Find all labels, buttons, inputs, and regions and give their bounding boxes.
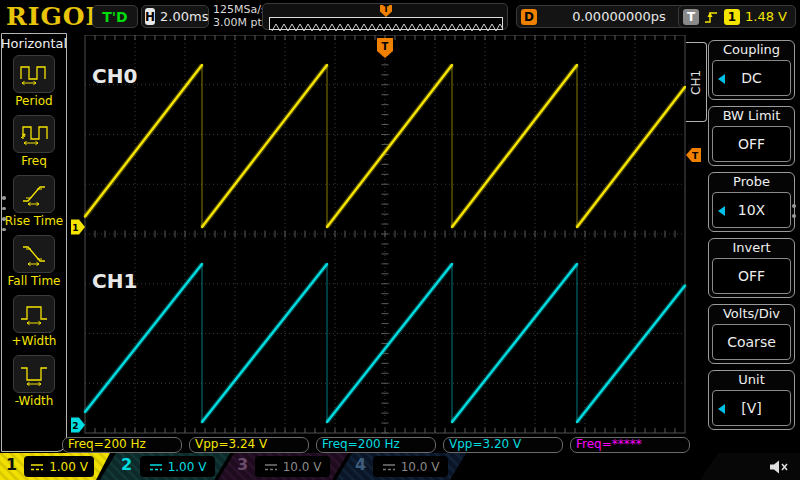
fall-time-icon [19, 242, 49, 266]
delay-chip: D [521, 9, 537, 25]
menu-item-invert[interactable]: Invert OFF [708, 238, 795, 298]
left-menu-title: Horizontal [1, 36, 67, 51]
menu-item-fall-time[interactable]: Fall Time [7, 235, 60, 288]
channel-2-tab[interactable]: 2 1.00 V [100, 453, 230, 480]
option-arrow-icon [718, 74, 725, 84]
trigger-position-marker[interactable]: T [377, 38, 393, 58]
preview-trigger-marker[interactable]: T [380, 5, 392, 17]
dc-coupling-icon [264, 462, 278, 472]
horizontal-measure-menu: Horizontal Period Freq Rise Time [1, 33, 67, 452]
freq-icon [19, 122, 49, 146]
svg-text:2: 2 [72, 421, 78, 431]
trigger-level-marker[interactable]: T [686, 148, 701, 162]
right-menu-page-dots [792, 204, 796, 218]
dc-coupling-icon [149, 462, 163, 472]
horizontal-chip: H [145, 8, 155, 25]
rise-time-icon [19, 182, 49, 206]
measurement-freq-invalid: Freq=***** [570, 437, 690, 453]
dc-coupling-icon [30, 462, 44, 472]
waveform-preview: T [262, 3, 508, 30]
delay-readout: D 0.00000000ps [516, 5, 702, 28]
menu-item-period[interactable]: Period [13, 55, 55, 108]
rising-edge-icon [704, 9, 719, 25]
trigger-status-badge: T'D [92, 5, 138, 28]
dc-coupling-icon [382, 462, 396, 472]
menu-item-plus-width[interactable]: +Width [12, 295, 57, 348]
menu-item-freq[interactable]: Freq [13, 115, 55, 168]
speaker-muted-icon [768, 459, 790, 475]
sound-status-area [700, 453, 800, 480]
measurement-bar: Freq=200 Hz Vpp=3.24 V Freq=200 Hz Vpp=3… [62, 437, 690, 453]
ch2-ground-marker[interactable]: 2 [71, 418, 85, 433]
svg-text:T: T [382, 41, 389, 52]
ch1-ground-marker[interactable]: 1 [71, 220, 85, 235]
measurement-ch1-vpp: Vpp=3.24 V [189, 437, 309, 453]
channel-settings-menu: Coupling DC BW Limit OFF Probe 10X Inver… [708, 40, 795, 436]
ch0-label: CH0 [92, 64, 137, 88]
menu-item-probe[interactable]: Probe 10X [708, 172, 795, 232]
measurement-ch2-freq: Freq=200 Hz [316, 437, 436, 453]
menu-item-coupling[interactable]: Coupling DC [708, 40, 795, 100]
menu-item-volts-div[interactable]: Volts/Div Coarse [708, 304, 795, 364]
left-menu-page-dots [2, 196, 6, 231]
menu-item-bw-limit[interactable]: BW Limit OFF [708, 106, 795, 166]
channel-1-tab[interactable]: 1 1.00 V [0, 453, 110, 480]
trigger-readout: T 1 1.48 V [678, 5, 796, 28]
memory-depth: 3.00M pts [213, 16, 268, 29]
waveform-display: CH0 CH1 T 1 2 T [70, 35, 702, 435]
menu-item-minus-width[interactable]: -Width [13, 355, 55, 408]
delay-value: 0.00000000ps [537, 9, 701, 24]
plus-width-icon [19, 302, 49, 326]
menu-item-unit[interactable]: Unit [V] [708, 370, 795, 430]
preview-waveform-icon [270, 22, 502, 33]
svg-text:1: 1 [72, 223, 78, 233]
option-arrow-icon [718, 404, 725, 414]
trigger-level-value: 1.48 V [745, 9, 787, 24]
channel-3-tab[interactable]: 3 10.0 V [218, 453, 348, 480]
option-arrow-icon [718, 206, 725, 216]
top-status-bar: RIGOL T'D H 2.00ms 125MSa/s 3.00M pts T … [0, 0, 800, 33]
trigger-chip: T [683, 9, 699, 25]
period-icon [19, 62, 49, 86]
menu-item-rise-time[interactable]: Rise Time [5, 175, 64, 228]
svg-text:T: T [692, 151, 699, 161]
trigger-source-chip: 1 [724, 9, 740, 25]
graticule [85, 35, 685, 433]
minus-width-icon [19, 362, 49, 386]
ch1-label: CH1 [92, 269, 137, 293]
rigol-logo: RIGOL [6, 2, 104, 31]
sample-rate: 125MSa/s [213, 3, 268, 16]
measurement-ch1-freq: Freq=200 Hz [62, 437, 182, 453]
channel-menu-tab: CH1 [686, 42, 707, 122]
oscilloscope-screen: RIGOL T'D H 2.00ms 125MSa/s 3.00M pts T … [0, 0, 800, 480]
channel-status-bar: 1 1.00 V 2 1.00 V 3 10 [0, 453, 800, 480]
measurement-ch2-vpp: Vpp=3.20 V [443, 437, 563, 453]
timebase-value: 2.00ms [160, 9, 208, 24]
timebase-readout: H 2.00ms [141, 5, 209, 28]
channel-4-tab[interactable]: 4 10.0 V [336, 453, 466, 480]
preview-frame [269, 17, 503, 30]
acquisition-readout: 125MSa/s 3.00M pts [213, 3, 268, 29]
